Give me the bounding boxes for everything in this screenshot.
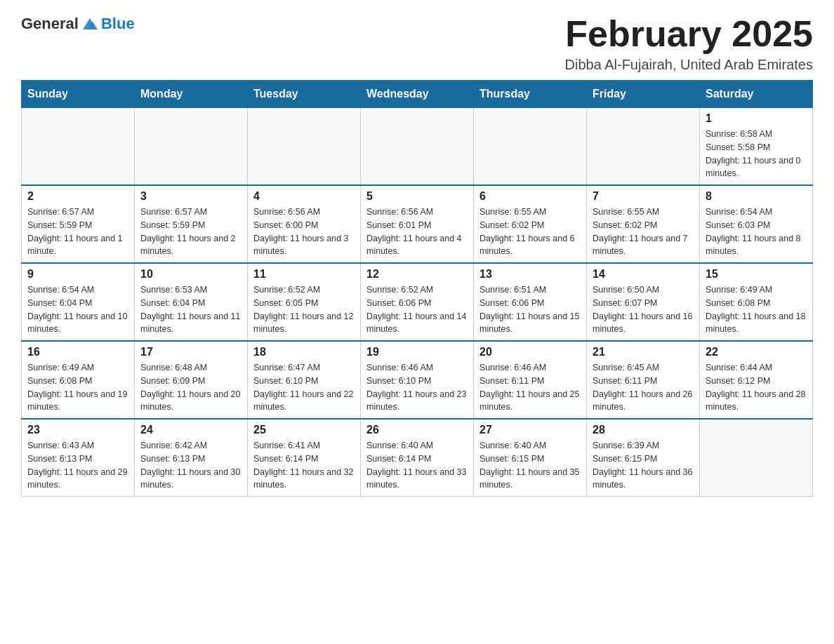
day-info: Sunrise: 6:54 AM Sunset: 6:03 PM Dayligh… bbox=[706, 206, 807, 258]
calendar-cell: 4Sunrise: 6:56 AM Sunset: 6:00 PM Daylig… bbox=[248, 185, 361, 263]
page-header: General Blue February 2025 Dibba Al-Fuja… bbox=[21, 14, 813, 73]
calendar-cell: 17Sunrise: 6:48 AM Sunset: 6:09 PM Dayli… bbox=[135, 341, 248, 419]
calendar-cell: 23Sunrise: 6:43 AM Sunset: 6:13 PM Dayli… bbox=[22, 419, 135, 497]
calendar-cell: 21Sunrise: 6:45 AM Sunset: 6:11 PM Dayli… bbox=[587, 341, 700, 419]
calendar-cell: 22Sunrise: 6:44 AM Sunset: 6:12 PM Dayli… bbox=[700, 341, 813, 419]
calendar-table: SundayMondayTuesdayWednesdayThursdayFrid… bbox=[21, 80, 813, 497]
day-info: Sunrise: 6:41 AM Sunset: 6:14 PM Dayligh… bbox=[253, 439, 355, 492]
calendar-cell: 11Sunrise: 6:52 AM Sunset: 6:05 PM Dayli… bbox=[248, 263, 361, 341]
calendar-cell bbox=[361, 108, 474, 186]
calendar-week-row: 9Sunrise: 6:54 AM Sunset: 6:04 PM Daylig… bbox=[22, 263, 813, 341]
day-info: Sunrise: 6:44 AM Sunset: 6:12 PM Dayligh… bbox=[706, 361, 807, 414]
day-info: Sunrise: 6:43 AM Sunset: 6:13 PM Dayligh… bbox=[27, 439, 128, 492]
calendar-cell: 10Sunrise: 6:53 AM Sunset: 6:04 PM Dayli… bbox=[135, 263, 248, 341]
calendar-week-row: 2Sunrise: 6:57 AM Sunset: 5:59 PM Daylig… bbox=[22, 185, 813, 263]
calendar-cell: 14Sunrise: 6:50 AM Sunset: 6:07 PM Dayli… bbox=[587, 263, 700, 341]
day-info: Sunrise: 6:42 AM Sunset: 6:13 PM Dayligh… bbox=[140, 439, 241, 492]
day-number: 26 bbox=[366, 424, 468, 436]
calendar-cell: 28Sunrise: 6:39 AM Sunset: 6:15 PM Dayli… bbox=[587, 419, 700, 497]
day-info: Sunrise: 6:49 AM Sunset: 6:08 PM Dayligh… bbox=[706, 283, 807, 336]
day-info: Sunrise: 6:58 AM Sunset: 5:58 PM Dayligh… bbox=[706, 128, 807, 180]
calendar-cell bbox=[474, 108, 587, 186]
day-info: Sunrise: 6:39 AM Sunset: 6:15 PM Dayligh… bbox=[593, 439, 694, 492]
day-info: Sunrise: 6:46 AM Sunset: 6:11 PM Dayligh… bbox=[479, 361, 581, 414]
day-number: 19 bbox=[366, 346, 468, 358]
day-info: Sunrise: 6:45 AM Sunset: 6:11 PM Dayligh… bbox=[593, 361, 694, 414]
calendar-week-row: 16Sunrise: 6:49 AM Sunset: 6:08 PM Dayli… bbox=[22, 341, 813, 419]
calendar-cell: 15Sunrise: 6:49 AM Sunset: 6:08 PM Dayli… bbox=[700, 263, 813, 341]
day-number: 27 bbox=[479, 424, 581, 436]
day-info: Sunrise: 6:55 AM Sunset: 6:02 PM Dayligh… bbox=[479, 206, 581, 258]
day-info: Sunrise: 6:57 AM Sunset: 5:59 PM Dayligh… bbox=[27, 206, 128, 258]
day-number: 2 bbox=[27, 190, 128, 203]
day-number: 22 bbox=[706, 346, 807, 358]
calendar-day-header: Wednesday bbox=[361, 81, 474, 108]
day-number: 1 bbox=[706, 112, 807, 125]
calendar-cell: 13Sunrise: 6:51 AM Sunset: 6:06 PM Dayli… bbox=[474, 263, 587, 341]
day-number: 5 bbox=[366, 190, 468, 203]
calendar-day-header: Friday bbox=[587, 81, 700, 108]
day-info: Sunrise: 6:40 AM Sunset: 6:15 PM Dayligh… bbox=[479, 439, 581, 492]
title-block: February 2025 Dibba Al-Fujairah, United … bbox=[565, 14, 814, 73]
day-info: Sunrise: 6:47 AM Sunset: 6:10 PM Dayligh… bbox=[253, 361, 355, 414]
logo: General Blue bbox=[21, 14, 135, 34]
calendar-header-row: SundayMondayTuesdayWednesdayThursdayFrid… bbox=[22, 81, 813, 108]
calendar-cell: 1Sunrise: 6:58 AM Sunset: 5:58 PM Daylig… bbox=[700, 108, 813, 186]
day-number: 16 bbox=[27, 346, 128, 358]
calendar-cell: 16Sunrise: 6:49 AM Sunset: 6:08 PM Dayli… bbox=[22, 341, 135, 419]
calendar-title: February 2025 bbox=[565, 14, 814, 54]
day-number: 25 bbox=[253, 424, 355, 436]
day-info: Sunrise: 6:56 AM Sunset: 6:01 PM Dayligh… bbox=[366, 206, 468, 258]
calendar-day-header: Tuesday bbox=[248, 81, 361, 108]
calendar-cell: 9Sunrise: 6:54 AM Sunset: 6:04 PM Daylig… bbox=[22, 263, 135, 341]
logo-text-blue: Blue bbox=[101, 15, 135, 33]
calendar-cell: 6Sunrise: 6:55 AM Sunset: 6:02 PM Daylig… bbox=[474, 185, 587, 263]
calendar-week-row: 23Sunrise: 6:43 AM Sunset: 6:13 PM Dayli… bbox=[22, 419, 813, 497]
day-number: 3 bbox=[140, 190, 241, 203]
calendar-cell: 7Sunrise: 6:55 AM Sunset: 6:02 PM Daylig… bbox=[587, 185, 700, 263]
calendar-subtitle: Dibba Al-Fujairah, United Arab Emirates bbox=[565, 57, 814, 73]
day-number: 7 bbox=[593, 190, 694, 203]
day-number: 8 bbox=[706, 190, 807, 203]
day-info: Sunrise: 6:51 AM Sunset: 6:06 PM Dayligh… bbox=[479, 283, 581, 336]
day-info: Sunrise: 6:46 AM Sunset: 6:10 PM Dayligh… bbox=[366, 361, 468, 414]
calendar-day-header: Monday bbox=[135, 81, 248, 108]
day-number: 9 bbox=[27, 268, 128, 281]
day-number: 23 bbox=[27, 424, 128, 436]
calendar-cell bbox=[587, 108, 700, 186]
day-number: 6 bbox=[479, 190, 581, 203]
day-number: 21 bbox=[593, 346, 694, 358]
calendar-cell bbox=[22, 108, 135, 186]
calendar-week-row: 1Sunrise: 6:58 AM Sunset: 5:58 PM Daylig… bbox=[22, 108, 813, 186]
calendar-day-header: Thursday bbox=[474, 81, 587, 108]
calendar-cell bbox=[135, 108, 248, 186]
calendar-cell: 27Sunrise: 6:40 AM Sunset: 6:15 PM Dayli… bbox=[474, 419, 587, 497]
calendar-cell: 5Sunrise: 6:56 AM Sunset: 6:01 PM Daylig… bbox=[361, 185, 474, 263]
calendar-day-header: Sunday bbox=[22, 81, 135, 108]
day-info: Sunrise: 6:56 AM Sunset: 6:00 PM Dayligh… bbox=[253, 206, 355, 258]
day-number: 12 bbox=[366, 268, 468, 281]
calendar-cell: 18Sunrise: 6:47 AM Sunset: 6:10 PM Dayli… bbox=[248, 341, 361, 419]
calendar-cell: 12Sunrise: 6:52 AM Sunset: 6:06 PM Dayli… bbox=[361, 263, 474, 341]
day-info: Sunrise: 6:48 AM Sunset: 6:09 PM Dayligh… bbox=[140, 361, 241, 414]
day-info: Sunrise: 6:40 AM Sunset: 6:14 PM Dayligh… bbox=[366, 439, 468, 492]
day-number: 4 bbox=[253, 190, 355, 203]
day-number: 11 bbox=[253, 268, 355, 281]
day-number: 20 bbox=[479, 346, 581, 358]
day-number: 14 bbox=[593, 268, 694, 281]
day-number: 10 bbox=[140, 268, 241, 281]
calendar-cell: 19Sunrise: 6:46 AM Sunset: 6:10 PM Dayli… bbox=[361, 341, 474, 419]
day-info: Sunrise: 6:55 AM Sunset: 6:02 PM Dayligh… bbox=[593, 206, 694, 258]
calendar-cell bbox=[700, 419, 813, 497]
logo-icon bbox=[80, 14, 100, 34]
day-number: 28 bbox=[593, 424, 694, 436]
day-info: Sunrise: 6:52 AM Sunset: 6:05 PM Dayligh… bbox=[253, 283, 355, 336]
day-info: Sunrise: 6:49 AM Sunset: 6:08 PM Dayligh… bbox=[27, 361, 128, 414]
day-info: Sunrise: 6:52 AM Sunset: 6:06 PM Dayligh… bbox=[366, 283, 468, 336]
calendar-cell: 8Sunrise: 6:54 AM Sunset: 6:03 PM Daylig… bbox=[700, 185, 813, 263]
day-info: Sunrise: 6:53 AM Sunset: 6:04 PM Dayligh… bbox=[140, 283, 241, 336]
calendar-cell: 2Sunrise: 6:57 AM Sunset: 5:59 PM Daylig… bbox=[22, 185, 135, 263]
calendar-cell: 3Sunrise: 6:57 AM Sunset: 5:59 PM Daylig… bbox=[135, 185, 248, 263]
day-number: 17 bbox=[140, 346, 241, 358]
calendar-cell: 25Sunrise: 6:41 AM Sunset: 6:14 PM Dayli… bbox=[248, 419, 361, 497]
